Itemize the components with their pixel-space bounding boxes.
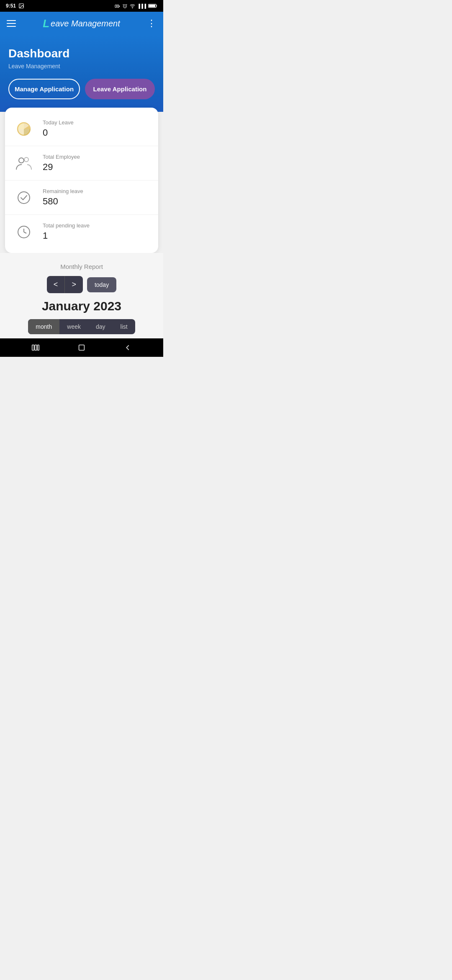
- menu-button[interactable]: [7, 20, 16, 27]
- dashboard-title: Dashboard: [8, 47, 155, 60]
- stat-row-today-leave: Today Leave 0: [5, 112, 158, 146]
- total-employee-info: Total Employee 29: [43, 154, 150, 173]
- monthly-date: January 2023: [7, 299, 157, 313]
- tab-day[interactable]: day: [88, 319, 113, 334]
- hero-subtitle: Leave Management: [8, 63, 155, 70]
- today-button[interactable]: today: [87, 277, 116, 292]
- remaining-leave-value: 580: [43, 196, 150, 207]
- stats-card: Today Leave 0 Total Employee 29 Re: [5, 108, 158, 253]
- status-time: 9:51: [6, 3, 24, 9]
- pie-chart-icon: [13, 121, 34, 137]
- monthly-section: Monthly Report < > today January 2023 mo…: [0, 253, 163, 338]
- svg-point-10: [19, 158, 24, 163]
- svg-rect-18: [38, 345, 39, 351]
- status-bar: 9:51 ▐▐▐: [0, 0, 163, 12]
- monthly-nav: < > today: [7, 276, 157, 293]
- clock-icon: [13, 224, 34, 240]
- pending-leave-label: Total pending leave: [43, 222, 150, 229]
- home-button[interactable]: [77, 343, 86, 352]
- more-menu-button[interactable]: ⋮: [147, 19, 157, 28]
- svg-rect-7: [156, 5, 157, 6]
- battery-icon: [148, 3, 157, 8]
- back-button[interactable]: [123, 343, 132, 352]
- hero-section: Dashboard Leave Management Manage Applic…: [0, 35, 163, 112]
- svg-line-15: [24, 232, 26, 233]
- nav-arrows: < >: [47, 276, 83, 293]
- svg-point-11: [24, 157, 28, 162]
- manage-application-button[interactable]: Manage Application: [8, 79, 80, 99]
- app-title-text: eave Management: [51, 19, 120, 28]
- wifi-icon: [130, 3, 135, 9]
- prev-month-button[interactable]: <: [47, 276, 65, 293]
- app-bar: L eave Management ⋮: [0, 12, 163, 35]
- employees-icon: [13, 155, 34, 171]
- tab-list[interactable]: list: [113, 319, 135, 334]
- svg-point-3: [116, 5, 117, 6]
- battery-lock-icon: [115, 3, 120, 9]
- leave-application-button[interactable]: Leave Application: [85, 79, 155, 99]
- svg-rect-19: [79, 345, 85, 351]
- gallery-icon: [18, 3, 24, 9]
- svg-rect-17: [35, 345, 37, 351]
- svg-point-5: [132, 8, 133, 8]
- stat-row-total-employee: Total Employee 29: [5, 146, 158, 181]
- recent-apps-button[interactable]: [31, 343, 40, 352]
- monthly-title: Monthly Report: [7, 263, 157, 270]
- today-leave-value: 0: [43, 127, 150, 138]
- svg-rect-8: [149, 5, 155, 7]
- remaining-leave-info: Remaining leave 580: [43, 188, 150, 207]
- total-employee-value: 29: [43, 162, 150, 173]
- app-title: L eave Management: [43, 17, 120, 30]
- stat-row-pending-leave: Total pending leave 1: [5, 215, 158, 249]
- bottom-nav: [0, 338, 163, 357]
- next-month-button[interactable]: >: [65, 276, 83, 293]
- alarm-icon: [122, 3, 128, 9]
- signal-icon: ▐▐▐: [137, 4, 146, 8]
- stat-row-remaining-leave: Remaining leave 580: [5, 181, 158, 215]
- logo-letter: L: [43, 17, 49, 30]
- total-employee-label: Total Employee: [43, 154, 150, 160]
- tab-week[interactable]: week: [59, 319, 88, 334]
- svg-point-12: [18, 192, 30, 204]
- today-leave-label: Today Leave: [43, 119, 150, 126]
- remaining-leave-label: Remaining leave: [43, 188, 150, 194]
- svg-rect-16: [32, 345, 34, 351]
- pending-leave-info: Total pending leave 1: [43, 222, 150, 241]
- svg-point-1: [20, 5, 21, 5]
- hero-buttons: Manage Application Leave Application: [8, 79, 155, 99]
- view-tabs: month week day list: [28, 319, 135, 334]
- checkmark-icon: [13, 190, 34, 205]
- status-icons: ▐▐▐: [115, 3, 157, 9]
- pending-leave-value: 1: [43, 230, 150, 241]
- today-leave-info: Today Leave 0: [43, 119, 150, 138]
- tab-month[interactable]: month: [28, 319, 59, 334]
- time-text: 9:51: [6, 3, 16, 9]
